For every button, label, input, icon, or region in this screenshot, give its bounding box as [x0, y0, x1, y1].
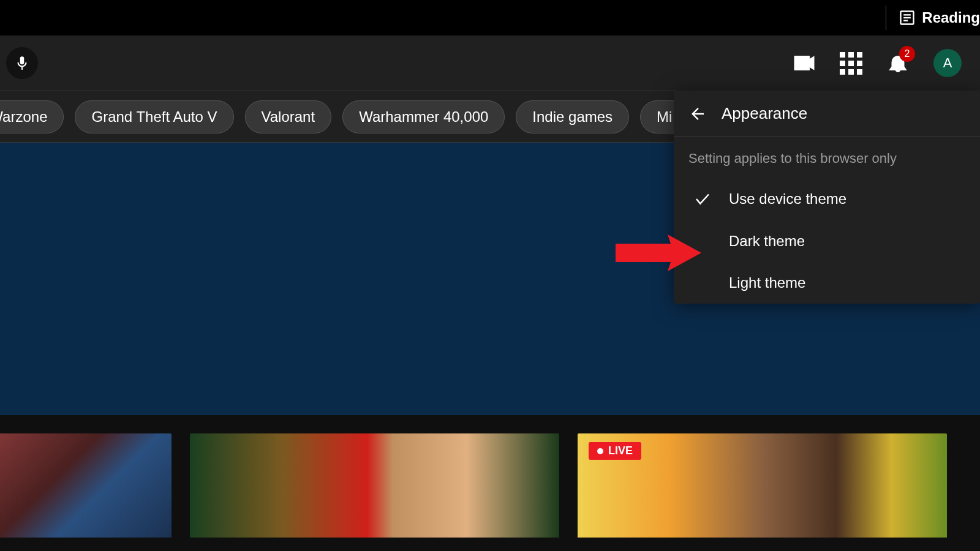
back-arrow-icon[interactable]: [688, 105, 707, 123]
create-video-icon: [793, 52, 815, 74]
appearance-menu: Appearance Setting applies to this brows…: [674, 91, 980, 304]
filter-chip[interactable]: Warhammer 40,000: [342, 100, 505, 133]
microphone-icon: [14, 55, 30, 71]
menu-item-label: Dark theme: [729, 233, 805, 250]
svg-marker-8: [616, 234, 701, 271]
app-header: 2 A: [0, 36, 980, 91]
menu-item-label: Light theme: [729, 274, 805, 291]
menu-header: Appearance: [674, 91, 980, 137]
live-badge: LIVE: [589, 442, 641, 460]
video-thumbnail[interactable]: [190, 433, 559, 538]
video-thumbnail[interactable]: [0, 433, 172, 538]
theme-option-dark[interactable]: Dark theme: [674, 220, 980, 262]
header-actions: 2 A: [793, 49, 962, 77]
menu-subtitle: Setting applies to this browser only: [674, 137, 980, 178]
video-thumbnail[interactable]: LIVE: [578, 433, 947, 538]
apps-button[interactable]: [840, 52, 862, 75]
notifications-button[interactable]: 2: [887, 52, 909, 74]
filter-chip[interactable]: Grand Theft Auto V: [75, 100, 233, 133]
menu-title: Appearance: [722, 104, 807, 123]
svg-rect-4: [21, 67, 23, 70]
create-button[interactable]: [793, 52, 815, 74]
reading-mode-button[interactable]: Reading: [886, 6, 980, 30]
theme-option-device[interactable]: Use device theme: [674, 178, 980, 220]
filter-chip[interactable]: Valorant: [245, 100, 332, 133]
apps-grid-icon: [840, 52, 862, 75]
avatar-initial: A: [943, 55, 952, 71]
reading-label: Reading: [922, 9, 980, 26]
voice-search-button[interactable]: [6, 47, 38, 79]
theme-option-light[interactable]: Light theme: [674, 262, 980, 304]
filter-chip[interactable]: y: Warzone: [0, 100, 64, 133]
video-grid: LIVE: [0, 415, 980, 538]
menu-item-label: Use device theme: [729, 190, 846, 208]
reading-list-icon: [899, 9, 916, 26]
check-icon: [688, 190, 717, 208]
annotation-arrow: [616, 234, 701, 274]
filter-chip[interactable]: Indie games: [516, 100, 629, 133]
browser-top-bar: Reading: [0, 0, 980, 36]
notification-badge: 2: [899, 46, 915, 62]
avatar[interactable]: A: [933, 49, 962, 77]
